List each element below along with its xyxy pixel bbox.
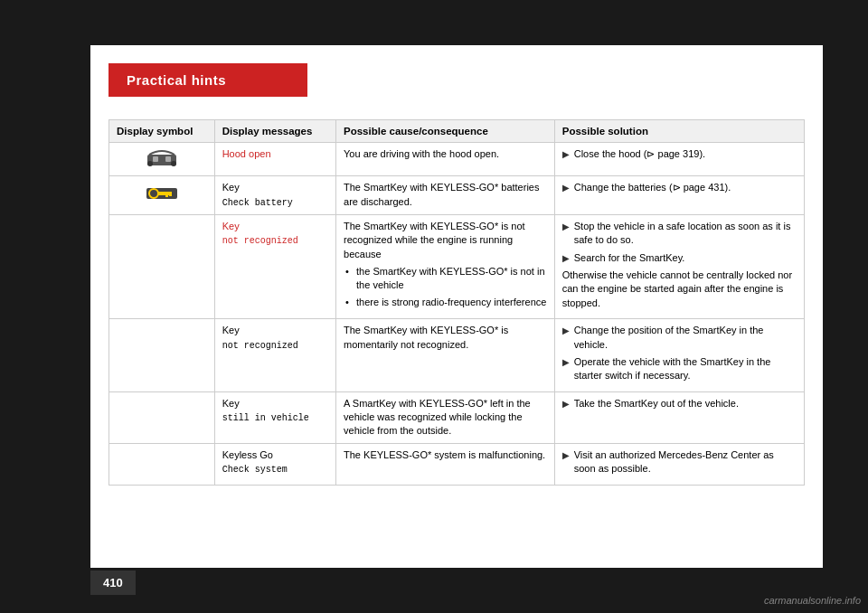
- key-symbol-icon: [146, 184, 178, 203]
- solution-cell: ▶Take the SmartKey out of the vehicle.: [554, 391, 804, 443]
- solution-arrow: ▶: [562, 182, 570, 194]
- table-row: Hood openYou are driving with the hood o…: [109, 143, 805, 176]
- solution-text: Stop the vehicle in a safe location as s…: [574, 220, 797, 248]
- message-text: Key: [222, 221, 240, 231]
- cause-cell: The SmartKey with KEYLESS-GO* is not rec…: [336, 214, 555, 318]
- messages-cell: Keystill in vehicle: [214, 391, 335, 443]
- solution-cell: ▶Stop the vehicle in a safe location as …: [554, 214, 804, 318]
- section-title: Practical hints: [127, 72, 226, 88]
- messages-cell: Keyless GoCheck system: [214, 443, 335, 485]
- solution-text: Change the batteries (⊳ page 431).: [574, 181, 731, 194]
- solution-item: ▶Take the SmartKey out of the vehicle.: [562, 397, 797, 410]
- solution-arrow: ▶: [562, 148, 570, 161]
- col-header-symbol: Display symbol: [109, 120, 215, 143]
- symbol-cell: [109, 391, 215, 443]
- symbol-cell: [109, 176, 215, 214]
- page-number: 410: [90, 571, 136, 595]
- table-row: Keynot recognizedThe SmartKey with KEYLE…: [109, 319, 805, 392]
- messages-cell: Keynot recognized: [214, 214, 335, 318]
- col-header-cause: Possible cause/consequence: [336, 120, 555, 143]
- cause-cell: The KEYLESS-GO* system is malfunctioning…: [336, 443, 555, 485]
- solution-item: ▶Change the batteries (⊳ page 431).: [562, 181, 797, 194]
- table-row: Keyless GoCheck systemThe KEYLESS-GO* sy…: [109, 443, 805, 485]
- message-text: not recognized: [222, 341, 298, 351]
- message-text: Key: [222, 182, 240, 193]
- table-row: Keynot recognizedThe SmartKey with KEYLE…: [109, 214, 805, 318]
- solution-cell: ▶Change the batteries (⊳ page 431).: [554, 176, 804, 214]
- solution-text: Close the hood (⊳ page 319).: [574, 147, 705, 161]
- col-header-solution: Possible solution: [554, 120, 804, 143]
- cause-text: The KEYLESS-GO* system is malfunctioning…: [344, 449, 545, 460]
- table-header-row: Display symbol Display messages Possible…: [109, 120, 805, 143]
- solution-text: Search for the SmartKey.: [574, 251, 685, 265]
- message-text: Key: [222, 398, 240, 409]
- message-text: still in vehicle: [222, 413, 309, 423]
- message-text: Key: [222, 325, 240, 335]
- solution-cell: ▶Change the position of the SmartKey in …: [554, 319, 804, 392]
- solution-arrow: ▶: [562, 221, 570, 233]
- solution-text: Visit an authorized Mercedes-Benz Center…: [574, 448, 797, 476]
- message-text: not recognized: [222, 236, 298, 246]
- solution-item: ▶Change the position of the SmartKey in …: [562, 324, 797, 352]
- main-table-container: Display symbol Display messages Possible…: [108, 119, 805, 486]
- solution-item: ▶Visit an authorized Mercedes-Benz Cente…: [562, 448, 797, 476]
- solution-item: ▶Operate the vehicle with the SmartKey i…: [562, 355, 797, 383]
- symbol-cell: [109, 319, 215, 392]
- page-number-text: 410: [103, 576, 123, 589]
- svg-rect-8: [165, 192, 168, 197]
- section-header: Practical hints: [108, 63, 307, 97]
- symbol-cell: [109, 214, 215, 318]
- solution-cell: ▶Close the hood (⊳ page 319).: [554, 143, 804, 176]
- col-header-messages: Display messages: [214, 120, 335, 143]
- solution-arrow: ▶: [562, 325, 570, 337]
- cause-cell: The SmartKey with KEYLESS-GO* is momenta…: [336, 319, 555, 392]
- svg-rect-2: [165, 156, 171, 162]
- solution-item: ▶Close the hood (⊳ page 319).: [562, 147, 797, 161]
- solution-arrow: ▶: [562, 398, 570, 410]
- key-svg: [146, 184, 178, 203]
- solution-text: Operate the vehicle with the SmartKey in…: [574, 355, 797, 383]
- hood-open-svg: [146, 147, 178, 167]
- message-text: Hood open: [222, 148, 271, 159]
- symbol-cell: [109, 443, 215, 485]
- solution-text: Change the position of the SmartKey in t…: [574, 324, 797, 352]
- solution-cell: ▶Visit an authorized Mercedes-Benz Cente…: [554, 443, 804, 485]
- message-text: Keyless Go: [222, 449, 273, 460]
- solution-item: ▶Search for the SmartKey.: [562, 251, 797, 265]
- svg-rect-9: [169, 192, 172, 196]
- watermark: carmanualsonline.info: [764, 595, 861, 606]
- message-text: Check system: [222, 465, 288, 475]
- hints-table: Display symbol Display messages Possible…: [108, 119, 805, 486]
- cause-bullet-item: the SmartKey with KEYLESS-GO* is not in …: [344, 265, 547, 293]
- solution-text: Otherwise the vehicle cannot be centrall…: [562, 269, 797, 310]
- hood-symbol-icon: [146, 147, 178, 167]
- solution-arrow: ▶: [562, 252, 570, 265]
- cause-cell: A SmartKey with KEYLESS-GO* left in the …: [336, 391, 555, 443]
- cause-text: You are driving with the hood open.: [344, 148, 499, 159]
- cause-bullet-item: there is strong radio-frequency interfer…: [344, 296, 547, 309]
- table-row: Keystill in vehicleA SmartKey with KEYLE…: [109, 391, 805, 443]
- message-text: Check battery: [222, 198, 293, 208]
- solution-arrow: ▶: [562, 356, 570, 369]
- svg-rect-7: [157, 192, 171, 195]
- cause-text: The SmartKey with KEYLESS-GO* batteries …: [344, 182, 539, 206]
- solution-item: Otherwise the vehicle cannot be centrall…: [562, 269, 797, 310]
- svg-point-3: [147, 161, 153, 166]
- cause-cell: The SmartKey with KEYLESS-GO* batteries …: [336, 176, 555, 214]
- svg-point-4: [171, 161, 176, 166]
- symbol-cell: [109, 143, 215, 176]
- solution-text: Take the SmartKey out of the vehicle.: [574, 397, 739, 410]
- svg-rect-1: [153, 156, 158, 162]
- solution-arrow: ▶: [562, 449, 570, 462]
- cause-bullets: the SmartKey with KEYLESS-GO* is not in …: [344, 265, 547, 309]
- table-row: KeyCheck batteryThe SmartKey with KEYLES…: [109, 176, 805, 214]
- cause-cell: You are driving with the hood open.: [336, 143, 555, 176]
- cause-text: A SmartKey with KEYLESS-GO* left in the …: [344, 398, 531, 437]
- cause-text: The SmartKey with KEYLESS-GO* is momenta…: [344, 325, 508, 349]
- messages-cell: KeyCheck battery: [214, 176, 335, 214]
- solution-item: ▶Stop the vehicle in a safe location as …: [562, 220, 797, 248]
- messages-cell: Hood open: [214, 143, 335, 176]
- messages-cell: Keynot recognized: [214, 319, 335, 392]
- cause-text: The SmartKey with KEYLESS-GO* is not rec…: [344, 221, 525, 259]
